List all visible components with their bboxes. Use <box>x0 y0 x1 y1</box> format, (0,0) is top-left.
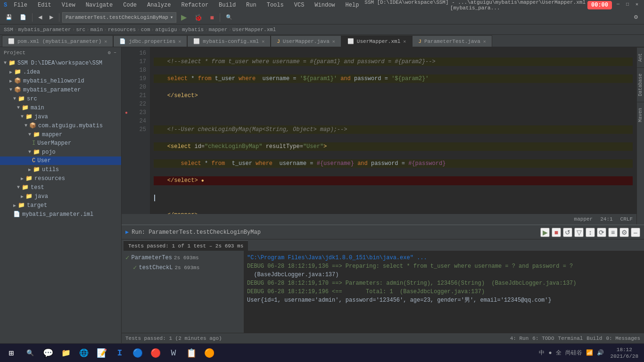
sidebar-item-src[interactable]: ▼ 📁 src <box>0 94 121 103</box>
tab-jdbc-properties[interactable]: 📄 jdbc.properties ✕ <box>113 35 187 47</box>
tab-usermapper-xml[interactable]: ⬜ UserMapper.xml ✕ <box>341 35 412 47</box>
sidebar-item-utils[interactable]: ▶ 📁 utils <box>0 165 121 174</box>
run-config-dropdown[interactable]: ParameterTest.testCheckLoginByMap ▾ <box>62 12 176 23</box>
breadcrumb-com[interactable]: com <box>141 27 150 33</box>
taskbar-explorer-icon[interactable]: 📁 <box>58 345 74 362</box>
breadcrumb-mybatis-parameter[interactable]: mybatis_parameter <box>18 27 71 33</box>
taskbar-app5-icon[interactable]: 🟠 <box>201 345 218 362</box>
menu-code[interactable]: Code <box>119 1 140 9</box>
sort-alpha-button[interactable]: ↕ <box>586 228 595 237</box>
menu-build[interactable]: Build <box>215 1 239 9</box>
sort-duration-button[interactable]: ⟳ <box>597 228 606 237</box>
minimize-button[interactable]: ─ <box>615 1 621 8</box>
expand-all-button[interactable]: ≡ <box>608 228 618 237</box>
sidebar-item-main[interactable]: ▼ 📁 main <box>0 103 121 112</box>
settings-button[interactable]: ⚙ <box>631 12 641 23</box>
taskbar-app4-icon[interactable]: 📋 <box>183 345 200 362</box>
sidebar-item-pojo[interactable]: ▼ 📁 pojo <box>0 148 121 156</box>
close-icon-pom[interactable]: ✕ <box>104 39 107 44</box>
test-tree-item-parametertes[interactable]: ✓ ParameterTes 2s 693ms <box>124 253 242 263</box>
tab-pom-xml[interactable]: ⬜ pom.xml (mybatis_parameter) ✕ <box>2 35 113 47</box>
menu-tools[interactable]: Tools <box>263 1 288 9</box>
taskbar-chat-icon[interactable]: 💬 <box>40 345 57 362</box>
gutter-23-breakpoint[interactable]: ● <box>122 108 131 117</box>
breadcrumb-resources[interactable]: resources <box>108 27 136 33</box>
ant-panel-tab[interactable]: Ant <box>637 47 644 67</box>
sidebar-item-test-java[interactable]: ▶ 📁 java <box>0 192 121 201</box>
menu-file[interactable]: File <box>10 1 31 9</box>
sidebar-item-idea[interactable]: ▶ 📁 .idea <box>0 67 121 76</box>
save-button[interactable]: 💾 <box>3 12 15 23</box>
taskbar-idea-icon[interactable]: I <box>111 345 128 362</box>
bottom-tab-run[interactable]: Tests passed: 1 of 1 test – 2s 693 ms <box>124 240 248 251</box>
run-panel-link[interactable]: 4: Run <box>510 336 529 341</box>
code-editor[interactable]: ● 16 17 18 19 20 21 22 <box>122 47 636 224</box>
new-file-button[interactable]: 📄 <box>17 12 29 23</box>
test-tree-item-testcheckl[interactable]: ✓ testCheckL 2s 693ms <box>124 263 242 272</box>
menu-help[interactable]: Help <box>342 1 363 9</box>
breadcrumb-main[interactable]: main <box>91 27 103 33</box>
sidebar-item-java[interactable]: ▼ 📁 java <box>0 112 121 121</box>
filter-button[interactable]: ▽ <box>574 228 584 237</box>
tab-parametertest-java[interactable]: J ParameterTest.java ✕ <box>412 35 492 47</box>
tab-mybatis-config[interactable]: ⬜ mybatis-config.xml ✕ <box>187 35 271 47</box>
debug-button[interactable]: 🐞 <box>191 12 205 23</box>
run-button[interactable]: ▶ <box>178 12 190 23</box>
breadcrumb-usermapper-xml[interactable]: UserMapper.xml <box>232 27 276 33</box>
run-rerun-button[interactable]: ↺ <box>563 228 572 237</box>
forward-button[interactable]: ▶ <box>47 12 56 23</box>
sidebar-item-resources[interactable]: ▶ 📁 resources <box>0 174 121 183</box>
taskbar-edge-icon[interactable]: 🌐 <box>75 345 92 362</box>
taskbar-app1-icon[interactable]: 🔵 <box>129 345 146 362</box>
sidebar-item-user-class[interactable]: C User <box>0 156 121 165</box>
sidebar-minimize-icon[interactable]: – <box>113 49 117 57</box>
settings-run-button[interactable]: ⚙ <box>619 228 629 237</box>
maven-panel-tab[interactable]: Maven <box>637 102 644 128</box>
sidebar-item-helloworld[interactable]: ▶ 📦 mybatis_helloworld <box>0 76 121 85</box>
run-play-button[interactable]: ▶ <box>540 228 550 237</box>
sidebar-item-ssm[interactable]: ▼ 📁 SSM D:\IDEA\workspace\SSM <box>0 58 121 67</box>
close-button[interactable]: ✕ <box>634 1 640 8</box>
stop-button[interactable]: ■ <box>207 12 216 23</box>
menu-navigate[interactable]: Navigate <box>82 1 117 9</box>
menu-run[interactable]: Run <box>242 1 260 9</box>
console-output[interactable]: "C:\Program Files\Java\jdk1.8.0_151\bin\… <box>244 251 644 333</box>
sidebar-settings-icon[interactable]: ⚙ <box>107 49 112 57</box>
database-panel-tab[interactable]: Database <box>637 67 644 102</box>
sidebar-item-target[interactable]: ▶ 📁 target <box>0 201 121 210</box>
close-icon-mybatis-config[interactable]: ✕ <box>262 39 264 44</box>
todo-panel-link[interactable]: 6: TODO <box>532 336 554 341</box>
breadcrumb-mapper[interactable]: mapper <box>209 27 228 33</box>
menu-refactor[interactable]: Refactor <box>177 1 212 9</box>
back-button[interactable]: ◀ <box>35 12 45 23</box>
search-button[interactable]: 🔍 <box>22 345 39 362</box>
menu-window[interactable]: Window <box>311 1 339 9</box>
sidebar-item-usermapper-interface[interactable]: I UserMapper <box>0 139 121 148</box>
build-link[interactable]: Build <box>586 336 602 341</box>
breadcrumb-ssm[interactable]: SSM <box>4 27 13 33</box>
sidebar-item-test[interactable]: ▼ 📁 test <box>0 183 121 192</box>
taskbar-notepad-icon[interactable]: 📝 <box>93 345 110 362</box>
breadcrumb-mybatis[interactable]: mybatis <box>182 27 204 33</box>
sidebar-item-mapper-folder[interactable]: ▼ 📁 mapper <box>0 130 121 139</box>
terminal-link[interactable]: Terminal <box>558 336 583 341</box>
sidebar-item-package[interactable]: ▼ 📦 com.atguigu.mybatis <box>0 121 121 130</box>
tab-usermapper-java[interactable]: J UserMapper.java ✕ <box>271 35 341 47</box>
code-content[interactable]: <!--select * from t_user where username … <box>150 47 636 214</box>
close-icon-jdbc[interactable]: ✕ <box>178 39 181 44</box>
sidebar-item-parameter[interactable]: ▼ 📦 mybatis_parameter <box>0 85 121 94</box>
menu-analyze[interactable]: Analyze <box>143 1 174 9</box>
run-stop-button[interactable]: ■ <box>552 228 561 237</box>
menu-view[interactable]: View <box>58 1 79 9</box>
maximize-button[interactable]: □ <box>624 1 631 8</box>
menu-vcs[interactable]: VCS <box>290 1 308 9</box>
close-icon-parametertest[interactable]: ✕ <box>483 39 486 44</box>
search-everywhere-button[interactable]: 🔍 <box>223 12 235 23</box>
sidebar-item-iml[interactable]: 📄 mybatis_parameter.iml <box>0 210 121 219</box>
taskbar-app3-icon[interactable]: W <box>165 345 182 362</box>
breadcrumb-atguigu[interactable]: atguigu <box>155 27 177 33</box>
taskbar-app2-icon[interactable]: 🔴 <box>147 345 164 362</box>
close-icon-usermapper-xml[interactable]: ✕ <box>403 39 406 44</box>
breadcrumb-src[interactable]: src <box>76 27 85 33</box>
close-run-button[interactable]: – <box>631 228 640 237</box>
